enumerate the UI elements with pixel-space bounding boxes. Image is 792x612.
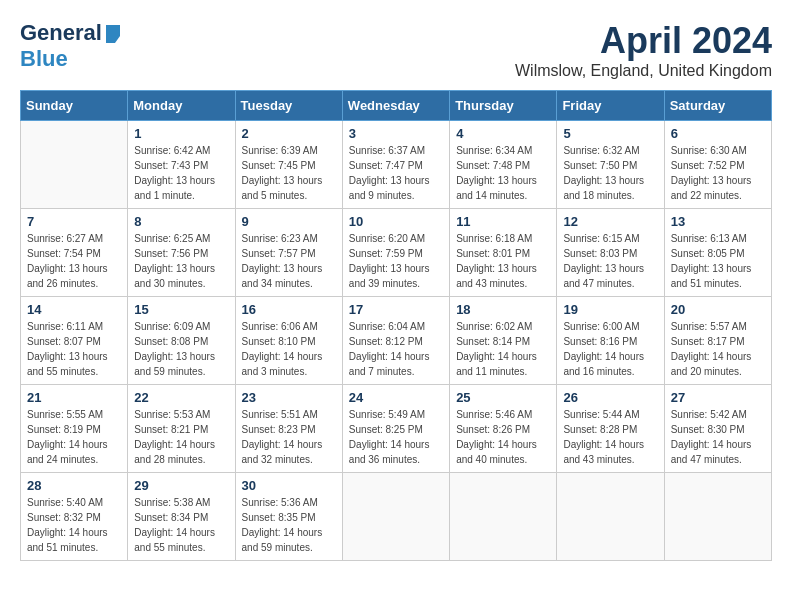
day-number: 28 <box>27 478 121 493</box>
svg-marker-0 <box>106 25 120 43</box>
day-info: Sunrise: 6:00 AM Sunset: 8:16 PM Dayligh… <box>563 319 657 379</box>
day-info: Sunrise: 6:25 AM Sunset: 7:56 PM Dayligh… <box>134 231 228 291</box>
calendar-cell: 1Sunrise: 6:42 AM Sunset: 7:43 PM Daylig… <box>128 121 235 209</box>
calendar-cell: 25Sunrise: 5:46 AM Sunset: 8:26 PM Dayli… <box>450 385 557 473</box>
calendar-cell: 19Sunrise: 6:00 AM Sunset: 8:16 PM Dayli… <box>557 297 664 385</box>
calendar-cell: 8Sunrise: 6:25 AM Sunset: 7:56 PM Daylig… <box>128 209 235 297</box>
weekday-header-wednesday: Wednesday <box>342 91 449 121</box>
calendar-week-row: 14Sunrise: 6:11 AM Sunset: 8:07 PM Dayli… <box>21 297 772 385</box>
logo-icon <box>104 25 122 43</box>
calendar-cell <box>664 473 771 561</box>
calendar-cell: 12Sunrise: 6:15 AM Sunset: 8:03 PM Dayli… <box>557 209 664 297</box>
day-number: 5 <box>563 126 657 141</box>
logo: General Blue <box>20 20 122 72</box>
day-info: Sunrise: 6:09 AM Sunset: 8:08 PM Dayligh… <box>134 319 228 379</box>
calendar-cell: 29Sunrise: 5:38 AM Sunset: 8:34 PM Dayli… <box>128 473 235 561</box>
day-info: Sunrise: 5:55 AM Sunset: 8:19 PM Dayligh… <box>27 407 121 467</box>
title-area: April 2024 Wilmslow, England, United Kin… <box>515 20 772 80</box>
calendar-cell: 6Sunrise: 6:30 AM Sunset: 7:52 PM Daylig… <box>664 121 771 209</box>
calendar-cell: 11Sunrise: 6:18 AM Sunset: 8:01 PM Dayli… <box>450 209 557 297</box>
calendar-cell: 5Sunrise: 6:32 AM Sunset: 7:50 PM Daylig… <box>557 121 664 209</box>
day-info: Sunrise: 5:57 AM Sunset: 8:17 PM Dayligh… <box>671 319 765 379</box>
day-number: 30 <box>242 478 336 493</box>
day-number: 11 <box>456 214 550 229</box>
calendar-week-row: 21Sunrise: 5:55 AM Sunset: 8:19 PM Dayli… <box>21 385 772 473</box>
calendar-cell: 16Sunrise: 6:06 AM Sunset: 8:10 PM Dayli… <box>235 297 342 385</box>
calendar-cell: 10Sunrise: 6:20 AM Sunset: 7:59 PM Dayli… <box>342 209 449 297</box>
day-info: Sunrise: 5:36 AM Sunset: 8:35 PM Dayligh… <box>242 495 336 555</box>
day-number: 9 <box>242 214 336 229</box>
calendar-cell: 23Sunrise: 5:51 AM Sunset: 8:23 PM Dayli… <box>235 385 342 473</box>
day-info: Sunrise: 5:42 AM Sunset: 8:30 PM Dayligh… <box>671 407 765 467</box>
calendar-cell: 15Sunrise: 6:09 AM Sunset: 8:08 PM Dayli… <box>128 297 235 385</box>
day-number: 7 <box>27 214 121 229</box>
weekday-header-tuesday: Tuesday <box>235 91 342 121</box>
day-number: 12 <box>563 214 657 229</box>
logo-text-general: General <box>20 20 102 46</box>
day-number: 17 <box>349 302 443 317</box>
day-number: 4 <box>456 126 550 141</box>
day-info: Sunrise: 6:34 AM Sunset: 7:48 PM Dayligh… <box>456 143 550 203</box>
weekday-header-saturday: Saturday <box>664 91 771 121</box>
day-info: Sunrise: 5:46 AM Sunset: 8:26 PM Dayligh… <box>456 407 550 467</box>
weekday-header-sunday: Sunday <box>21 91 128 121</box>
day-info: Sunrise: 6:27 AM Sunset: 7:54 PM Dayligh… <box>27 231 121 291</box>
day-number: 10 <box>349 214 443 229</box>
calendar-week-row: 28Sunrise: 5:40 AM Sunset: 8:32 PM Dayli… <box>21 473 772 561</box>
day-info: Sunrise: 6:02 AM Sunset: 8:14 PM Dayligh… <box>456 319 550 379</box>
weekday-header-friday: Friday <box>557 91 664 121</box>
day-info: Sunrise: 6:04 AM Sunset: 8:12 PM Dayligh… <box>349 319 443 379</box>
calendar-week-row: 1Sunrise: 6:42 AM Sunset: 7:43 PM Daylig… <box>21 121 772 209</box>
calendar-cell: 20Sunrise: 5:57 AM Sunset: 8:17 PM Dayli… <box>664 297 771 385</box>
calendar-cell <box>450 473 557 561</box>
day-number: 25 <box>456 390 550 405</box>
calendar-cell: 22Sunrise: 5:53 AM Sunset: 8:21 PM Dayli… <box>128 385 235 473</box>
day-number: 2 <box>242 126 336 141</box>
day-info: Sunrise: 6:06 AM Sunset: 8:10 PM Dayligh… <box>242 319 336 379</box>
day-info: Sunrise: 6:18 AM Sunset: 8:01 PM Dayligh… <box>456 231 550 291</box>
calendar-cell: 21Sunrise: 5:55 AM Sunset: 8:19 PM Dayli… <box>21 385 128 473</box>
day-number: 21 <box>27 390 121 405</box>
day-info: Sunrise: 6:13 AM Sunset: 8:05 PM Dayligh… <box>671 231 765 291</box>
day-number: 22 <box>134 390 228 405</box>
calendar-cell: 14Sunrise: 6:11 AM Sunset: 8:07 PM Dayli… <box>21 297 128 385</box>
calendar-cell: 26Sunrise: 5:44 AM Sunset: 8:28 PM Dayli… <box>557 385 664 473</box>
day-info: Sunrise: 6:30 AM Sunset: 7:52 PM Dayligh… <box>671 143 765 203</box>
day-number: 16 <box>242 302 336 317</box>
calendar-cell: 4Sunrise: 6:34 AM Sunset: 7:48 PM Daylig… <box>450 121 557 209</box>
calendar-cell: 24Sunrise: 5:49 AM Sunset: 8:25 PM Dayli… <box>342 385 449 473</box>
day-info: Sunrise: 5:38 AM Sunset: 8:34 PM Dayligh… <box>134 495 228 555</box>
calendar-cell: 13Sunrise: 6:13 AM Sunset: 8:05 PM Dayli… <box>664 209 771 297</box>
day-number: 29 <box>134 478 228 493</box>
calendar-cell: 30Sunrise: 5:36 AM Sunset: 8:35 PM Dayli… <box>235 473 342 561</box>
calendar-cell: 17Sunrise: 6:04 AM Sunset: 8:12 PM Dayli… <box>342 297 449 385</box>
calendar-table: SundayMondayTuesdayWednesdayThursdayFrid… <box>20 90 772 561</box>
calendar-cell: 28Sunrise: 5:40 AM Sunset: 8:32 PM Dayli… <box>21 473 128 561</box>
day-number: 19 <box>563 302 657 317</box>
day-number: 6 <box>671 126 765 141</box>
day-info: Sunrise: 6:15 AM Sunset: 8:03 PM Dayligh… <box>563 231 657 291</box>
day-info: Sunrise: 5:44 AM Sunset: 8:28 PM Dayligh… <box>563 407 657 467</box>
location: Wilmslow, England, United Kingdom <box>515 62 772 80</box>
weekday-header-row: SundayMondayTuesdayWednesdayThursdayFrid… <box>21 91 772 121</box>
day-info: Sunrise: 5:49 AM Sunset: 8:25 PM Dayligh… <box>349 407 443 467</box>
calendar-cell: 7Sunrise: 6:27 AM Sunset: 7:54 PM Daylig… <box>21 209 128 297</box>
header: General Blue April 2024 Wilmslow, Englan… <box>20 20 772 80</box>
day-info: Sunrise: 6:11 AM Sunset: 8:07 PM Dayligh… <box>27 319 121 379</box>
calendar-week-row: 7Sunrise: 6:27 AM Sunset: 7:54 PM Daylig… <box>21 209 772 297</box>
calendar-cell <box>557 473 664 561</box>
day-number: 3 <box>349 126 443 141</box>
day-info: Sunrise: 6:37 AM Sunset: 7:47 PM Dayligh… <box>349 143 443 203</box>
day-number: 1 <box>134 126 228 141</box>
day-number: 26 <box>563 390 657 405</box>
calendar-cell: 2Sunrise: 6:39 AM Sunset: 7:45 PM Daylig… <box>235 121 342 209</box>
day-number: 23 <box>242 390 336 405</box>
day-number: 15 <box>134 302 228 317</box>
calendar-cell: 27Sunrise: 5:42 AM Sunset: 8:30 PM Dayli… <box>664 385 771 473</box>
day-number: 24 <box>349 390 443 405</box>
day-number: 13 <box>671 214 765 229</box>
calendar-cell <box>21 121 128 209</box>
day-number: 27 <box>671 390 765 405</box>
logo-text-blue: Blue <box>20 46 68 71</box>
day-info: Sunrise: 6:23 AM Sunset: 7:57 PM Dayligh… <box>242 231 336 291</box>
